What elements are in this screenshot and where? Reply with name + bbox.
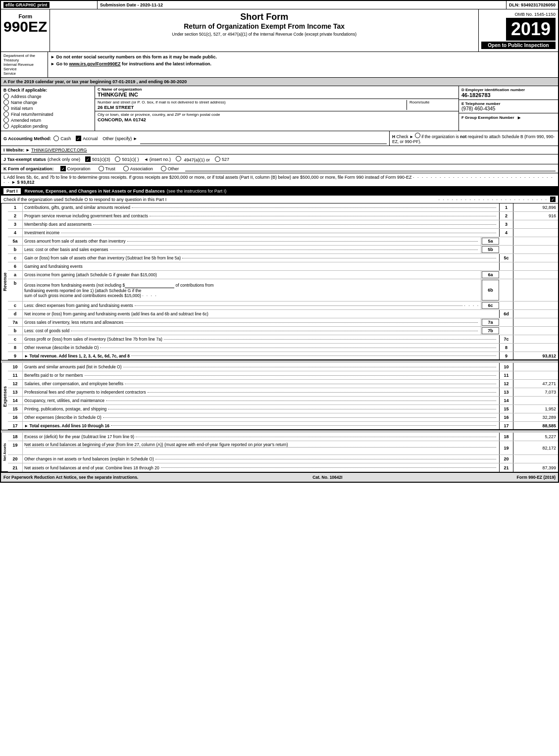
row-13-dots — [148, 392, 496, 393]
row-6c-dots: · · · · — [464, 303, 479, 308]
footer-right: Form 990-EZ (2019) — [517, 475, 556, 480]
cb-final-return[interactable]: Final return/terminated — [3, 111, 92, 117]
row-5b: b Less: cost or other basis and sales ex… — [8, 246, 558, 254]
row-9-arrow: ► — [24, 353, 28, 358]
g-label: G Accounting Method: — [3, 136, 51, 141]
expenses-rows: 10 Grants and similar amounts paid (list… — [8, 363, 558, 430]
row-6c-ref: 6c — [482, 302, 499, 309]
cb-amended-return-circle — [3, 117, 9, 123]
goto-notice: ► Go to www.irs.gov/Form990EZ for instru… — [51, 60, 556, 67]
k-corp[interactable]: ✓ Corporation — [60, 166, 91, 171]
section-h: H Check ► if the organization is not req… — [390, 131, 558, 146]
goto-suffix: for instructions and the latest informat… — [121, 61, 212, 66]
section-g: G Accounting Method: Cash ✓ Accrual Othe… — [1, 131, 390, 146]
row-20-amount — [513, 455, 558, 463]
schedule-o-text: Check if the organization used Schedule … — [3, 197, 166, 202]
row-1-dots — [132, 207, 496, 208]
cb-name-change[interactable]: Name change — [3, 100, 92, 105]
k-trust-circle — [99, 166, 104, 171]
row-6b-desc: Gross income from fundraising events (no… — [23, 279, 481, 301]
row-3-linenum: 3 — [500, 220, 513, 228]
k-assoc[interactable]: Association — [123, 166, 153, 171]
row-21-desc: Net assets or fund balances at end of ye… — [23, 463, 500, 472]
cb-application-pending[interactable]: Application pending — [3, 123, 92, 129]
row-19-text1: Net assets or fund balances at beginning… — [24, 442, 288, 447]
j-527-label: 527 — [222, 157, 229, 162]
accrual-option[interactable]: ✓ Accrual — [76, 136, 98, 141]
row-12-num: 12 — [8, 380, 23, 388]
form-title-section: Short Form Return of Organization Exempt… — [50, 9, 479, 51]
row-4-amount — [513, 229, 558, 237]
dln-label: DLN: 93492317026050 — [509, 2, 556, 7]
j-501c-other[interactable]: 501(c)( ) — [115, 156, 139, 162]
other-label: Other (specify) ► — [102, 136, 137, 141]
sched-dots: · · · · · · · · · · · · · · · · · · · · … — [438, 197, 548, 202]
row-6a-num: a — [8, 271, 23, 279]
row-18-num: 18 — [8, 433, 23, 441]
row-13-desc: Professional fees and other payments to … — [23, 388, 500, 396]
row-8: 8 Other revenue (describe in Schedule O)… — [8, 344, 558, 352]
b-label: B Check if applicable: — [3, 88, 92, 93]
dln-section: DLN: 93492317026050 — [507, 1, 558, 9]
row-3-desc: Membership dues and assessments — [23, 220, 500, 228]
row-8-amount — [513, 344, 558, 352]
row-7a-dots — [125, 322, 478, 323]
revenue-label-text: Revenue — [2, 272, 7, 291]
cb-amended-return[interactable]: Amended return — [3, 117, 92, 123]
row-11-num: 11 — [8, 371, 23, 379]
cb-app-pending-circle — [3, 123, 9, 129]
row-5a-ref: 5a — [482, 238, 499, 245]
d-section: D Employer identification number 46-1826… — [459, 86, 558, 100]
j-501c3[interactable]: ✓ 501(c)(3) — [85, 156, 110, 162]
row-2-dots — [150, 216, 496, 216]
cb-address-change-label: Address change — [11, 94, 41, 99]
row-5c-num: c — [8, 254, 23, 262]
row-20-num: 20 — [8, 455, 23, 463]
k-other-label: Other — [168, 166, 179, 171]
j-501c-other-label: 501(c)( ) — [122, 157, 139, 162]
row-6b-num: b — [8, 279, 23, 301]
section-l: L Add lines 5b, 6c, and 7b to line 9 to … — [0, 173, 559, 187]
row-12-amount: 47,271 — [513, 380, 558, 388]
row-7b-dots — [71, 331, 478, 331]
row-5c-linenum: 5c — [500, 254, 513, 262]
row-19-desc: Net assets or fund balances at beginning… — [23, 441, 500, 454]
top-header: efile GRAPHIC print Submission Date - 20… — [0, 0, 559, 9]
j-check-note: (check only one) — [48, 157, 80, 162]
row-18-linenum: 18 — [500, 433, 513, 441]
net-assets-section: Net Assets 18 Excess or (deficit) for th… — [0, 433, 559, 473]
part1-label: Part I — [3, 188, 21, 194]
row-21-linenum: 21 — [500, 463, 513, 472]
street-row: Number and street (or P. O. box, if mail… — [95, 99, 458, 111]
row-16-linenum: 16 — [500, 413, 513, 421]
row-6b-text3: sum of such gross income and contributio… — [24, 293, 157, 298]
row-14-desc: Occupancy, rent, utilities, and maintena… — [23, 397, 500, 404]
row-21-num: 21 — [8, 463, 23, 472]
cash-option[interactable]: Cash — [53, 136, 71, 141]
row-19-dots — [26, 447, 496, 448]
i-label: I Website: ► — [3, 148, 30, 152]
row-7a-desc: Gross sales of inventory, less returns a… — [23, 318, 481, 326]
short-form-title: Short Form — [52, 12, 476, 22]
row-7b-desc: Less: cost of goods sold — [23, 327, 481, 335]
k-trust-label: Trust — [105, 166, 115, 171]
row-7b: b Less: cost of goods sold 7b — [8, 327, 558, 335]
net-assets-rows: 18 Excess or (deficit) for the year (Sub… — [8, 433, 558, 472]
row-6d: d Net income or (loss) from gaming and f… — [8, 310, 558, 318]
j-4947[interactable]: 4947(a)(1) or — [176, 156, 210, 162]
k-other[interactable]: Other — [161, 166, 179, 171]
j-527[interactable]: 527 — [215, 156, 229, 162]
row-12-dots — [125, 384, 496, 384]
k-trust[interactable]: Trust — [99, 166, 115, 171]
cb-initial-return[interactable]: Initial return — [3, 105, 92, 111]
dept-line1: Department of the Treasury — [3, 53, 35, 62]
org-name-row: C Name of organization THINKGIVE INC — [95, 86, 458, 99]
cb-address-change[interactable]: Address change — [3, 94, 92, 99]
row-11: 11 Benefits paid to or for members 11 — [8, 371, 558, 380]
row-21-amount: 87,399 — [513, 463, 558, 472]
row-5a-num: 5a — [8, 237, 23, 245]
row-1-linenum: 1 — [500, 203, 513, 211]
row-4-linenum: 4 — [500, 229, 513, 237]
accrual-label: Accrual — [83, 136, 98, 141]
instructions-box: ► Do not enter social security numbers o… — [48, 52, 558, 77]
